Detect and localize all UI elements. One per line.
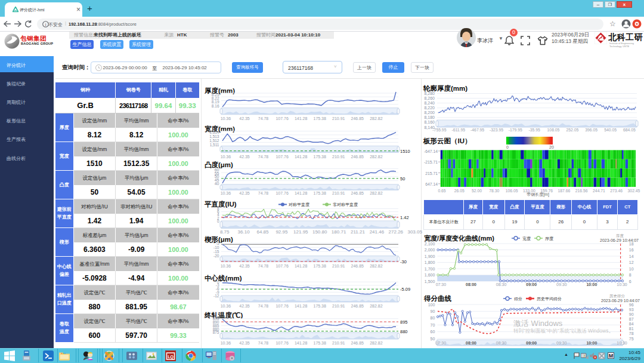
svg-text:187.66: 187.66 [558,189,571,193]
svg-text:07:30: 07:30 [436,341,447,345]
svg-text:08:00: 08:00 [466,341,476,345]
svg-text:210.91: 210.91 [332,264,345,268]
svg-text:106.05: 106.05 [506,189,518,193]
svg-text:42.35: 42.35 [239,304,250,308]
svg-text:273.46: 273.46 [610,189,623,193]
svg-text:42.35: 42.35 [239,116,250,121]
svg-text:52.00: 52.00 [472,189,482,193]
svg-text:18: 18 [629,242,634,246]
svg-text:74.78: 74.78 [258,155,269,159]
svg-text:厚度: 厚度 [545,236,553,241]
svg-text:282.82: 282.82 [370,191,383,195]
svg-text:-179.95: -179.95 [509,128,522,132]
svg-text:74.78: 74.78 [258,304,269,308]
svg-text:78.30: 78.30 [489,189,499,193]
svg-text:180.71: 180.71 [332,229,346,235]
svg-text:1,700: 1,700 [425,267,435,271]
svg-text:92.95: 92.95 [275,229,288,235]
svg-text:10.36: 10.36 [221,191,231,195]
svg-text:1,514: 1,514 [209,130,219,134]
svg-text:108.05: 108.05 [547,128,560,132]
svg-text:107.76: 107.76 [275,155,289,159]
svg-text:175.38: 175.38 [313,341,326,345]
svg-text:282.82: 282.82 [370,155,383,159]
svg-text:50: 50 [400,176,405,182]
svg-text:!: ! [584,354,585,358]
svg-text:684.05: 684.05 [623,128,636,132]
svg-text:1,600: 1,600 [425,273,435,277]
svg-text:0: 0 [506,145,509,149]
svg-text:100: 100 [428,303,435,307]
svg-text:-323.95: -323.95 [490,128,503,132]
svg-text:107.76: 107.76 [275,264,289,268]
svg-text:16: 16 [629,248,634,252]
svg-text:215.71: 215.71 [425,171,438,176]
svg-text:42.35: 42.35 [239,341,250,345]
svg-text:210.91: 210.91 [332,191,345,195]
svg-text:175.38: 175.38 [313,264,326,268]
svg-text:8,180: 8,180 [424,115,435,119]
svg-text:1.42: 1.42 [400,215,409,220]
svg-text:8,280: 8,280 [424,91,435,96]
svg-text:20: 20 [549,145,554,149]
svg-text:10.36: 10.36 [221,116,231,121]
svg-text:1,513: 1,513 [209,134,219,139]
svg-text:中心线(mm): 中心线(mm) [205,274,242,282]
svg-text:-35.95: -35.95 [529,128,540,132]
svg-text:246.85: 246.85 [351,116,364,121]
svg-text:08:30: 08:30 [496,282,507,287]
svg-text:282.82: 282.82 [370,304,383,308]
svg-text:i: i [45,22,47,27]
svg-text:90: 90 [431,309,435,313]
svg-text:12: 12 [629,260,634,264]
svg-text:64.85: 64.85 [256,229,269,235]
svg-text:-15: -15 [213,250,219,254]
svg-text:1,512: 1,512 [209,139,219,143]
svg-text:-30: -30 [400,259,407,264]
svg-text:6: 6 [629,279,631,284]
svg-text:246.85: 246.85 [351,264,364,268]
svg-text:对称平直度: 对称平直度 [289,202,309,207]
svg-text:终轧温度(℃): 终轧温度(℃) [204,311,243,319]
svg-text:10: 10 [629,267,634,271]
svg-text:26.05: 26.05 [454,189,465,193]
svg-text:10.36: 10.36 [221,341,231,345]
svg-text:42.35: 42.35 [239,191,250,195]
svg-text:107.76: 107.76 [275,191,289,195]
svg-text:246.85: 246.85 [351,191,364,195]
svg-text:96: 96 [629,303,634,307]
svg-text:396.05: 396.05 [585,128,597,132]
svg-text:150.80: 150.80 [312,229,327,235]
svg-text:09:00: 09:00 [526,282,537,287]
svg-text:-20: -20 [213,254,219,258]
svg-text:246.85: 246.85 [351,341,364,345]
svg-text:175.38: 175.38 [313,116,326,121]
svg-text:得分曲线: 得分曲线 [423,295,452,302]
svg-text:LQ: LQ [168,355,174,359]
svg-text:141.28: 141.28 [295,191,308,195]
svg-text:216.56: 216.56 [575,189,588,193]
svg-text:8.16: 8.16 [212,104,219,108]
svg-text:8.75: 8.75 [220,229,230,235]
svg-text:42.35: 42.35 [239,155,250,159]
svg-text:10:30: 10:30 [617,341,627,345]
svg-text:-10: -10 [213,245,219,250]
svg-text:141.28: 141.28 [295,341,308,345]
svg-text:84: 84 [629,322,634,326]
svg-text:141.28: 141.28 [295,155,308,159]
svg-text:74.78: 74.78 [258,341,269,345]
svg-text:转到"控制面板"中的"系统"以激活 Windows。: 转到"控制面板"中的"系统"以激活 Windows。 [513,328,614,334]
svg-text:-215.71: -215.71 [424,160,438,164]
svg-text:81: 81 [629,327,634,331]
svg-text:07:30: 07:30 [436,282,447,287]
svg-text:10.36: 10.36 [221,155,231,159]
svg-text:14: 14 [629,254,634,259]
svg-text:141.28: 141.28 [295,304,308,308]
svg-text:激活 Windows: 激活 Windows [513,319,563,328]
svg-text:09:30: 09:30 [556,282,567,287]
svg-text:历史平均得分: 历史平均得分 [537,297,562,302]
svg-text:08:30: 08:30 [496,341,507,345]
svg-text:175.38: 175.38 [313,304,326,308]
svg-text:36.10: 36.10 [238,229,250,235]
svg-text:210.91: 210.91 [332,304,345,308]
